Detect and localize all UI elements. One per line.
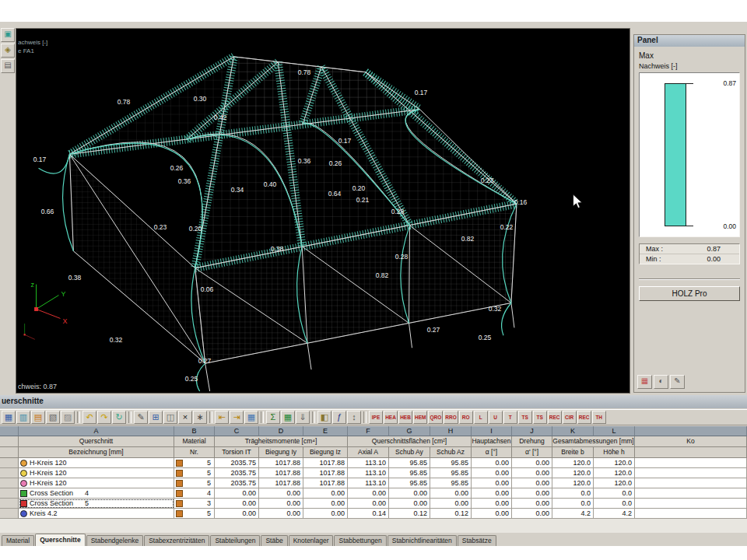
- column-letter[interactable]: A: [19, 426, 174, 436]
- value-cell[interactable]: 0.0: [552, 488, 594, 499]
- value-cell[interactable]: 0.00: [259, 509, 303, 519]
- value-cell[interactable]: 1017.88: [303, 468, 348, 478]
- value-cell[interactable]: 0.00: [512, 478, 552, 488]
- tab-stabteilungen[interactable]: Stabteilungen: [210, 535, 260, 546]
- column-letter[interactable]: K: [552, 426, 594, 436]
- section-name-cell[interactable]: H-Kreis 120: [19, 468, 174, 478]
- column-letter[interactable]: H: [430, 426, 472, 436]
- value-cell[interactable]: 0.00: [348, 499, 389, 509]
- value-cell[interactable]: 1017.88: [303, 458, 348, 468]
- column-letter[interactable]: L: [594, 426, 635, 436]
- profile-button-heb[interactable]: HEB: [398, 411, 412, 424]
- value-cell[interactable]: 113.10: [348, 458, 389, 468]
- profile-button-ipe[interactable]: IPE: [369, 411, 383, 424]
- tab-stabsätze[interactable]: Stabsätze: [458, 535, 496, 546]
- units-icon[interactable]: ↕: [347, 411, 361, 424]
- value-cell[interactable]: 0.00: [512, 458, 552, 468]
- profile-button-rec[interactable]: REC: [548, 411, 562, 424]
- viewport-3d[interactable]: z Y X achweis [-] e FA1 chweis: 0.87 0.1…: [16, 28, 630, 394]
- profile-button-ts[interactable]: TS: [533, 411, 547, 424]
- column-letter[interactable]: E: [303, 426, 348, 436]
- table-export-icon[interactable]: ▤: [31, 411, 45, 424]
- value-cell[interactable]: 0.00: [430, 499, 472, 509]
- value-cell[interactable]: 0.00: [259, 499, 303, 509]
- section-name-cell[interactable]: Kreis 4.2: [19, 509, 174, 519]
- tab-stabnichtlinearitäten[interactable]: Stabnichtlinearitäten: [388, 535, 457, 546]
- refresh-icon[interactable]: ↻: [112, 411, 126, 424]
- value-cell[interactable]: 0.00: [215, 499, 259, 509]
- grid-icon[interactable]: ▤: [1, 59, 15, 73]
- value-cell[interactable]: 0.00: [512, 509, 552, 519]
- value-cell[interactable]: 0.00: [389, 488, 430, 499]
- profile-button-u[interactable]: U: [489, 411, 503, 424]
- insert-row-icon[interactable]: ⊞: [149, 411, 163, 424]
- value-cell[interactable]: 0.00: [472, 468, 512, 478]
- value-cell[interactable]: 120.0: [594, 458, 635, 468]
- value-cell[interactable]: 1017.88: [259, 478, 303, 488]
- value-cell[interactable]: 0.00: [512, 499, 552, 509]
- material-cell[interactable]: 5: [174, 478, 215, 488]
- column-letter[interactable]: D: [259, 426, 303, 436]
- column-letter[interactable]: J: [512, 426, 552, 436]
- row-header[interactable]: [0, 509, 19, 519]
- table-print-icon[interactable]: ▧: [46, 411, 60, 424]
- sum-icon[interactable]: Σ: [266, 411, 280, 424]
- value-cell[interactable]: 0.00: [259, 488, 303, 499]
- tab-stabendgelenke[interactable]: Stabendgelenke: [86, 535, 143, 546]
- delete-icon[interactable]: ×: [178, 411, 192, 424]
- copy-row-icon[interactable]: ◫: [163, 411, 177, 424]
- value-cell[interactable]: 0.00: [215, 509, 259, 519]
- undo-icon[interactable]: ↶: [82, 411, 96, 424]
- value-cell[interactable]: 113.10: [348, 468, 389, 478]
- value-cell[interactable]: [635, 499, 747, 509]
- value-cell[interactable]: 2035.75: [215, 458, 259, 468]
- value-cell[interactable]: 0.0: [594, 488, 635, 499]
- column-letter[interactable]: G: [389, 426, 430, 436]
- pick-icon[interactable]: ∗: [193, 411, 207, 424]
- value-cell[interactable]: 0.00: [303, 509, 348, 519]
- profile-button-qro[interactable]: QRO: [428, 411, 443, 424]
- table-goto-icon[interactable]: ▦: [2, 411, 16, 424]
- column-letter[interactable]: B: [174, 426, 215, 436]
- table-pane-titlebar[interactable]: uerschnitte: [0, 395, 747, 408]
- value-cell[interactable]: [635, 478, 747, 488]
- value-cell[interactable]: 0.00: [389, 499, 430, 509]
- value-cell[interactable]: 95.85: [430, 478, 472, 488]
- chart-icon[interactable]: ◧: [317, 411, 331, 424]
- tab-stabexzentrizitäten[interactable]: Stabexzentrizitäten: [144, 535, 209, 546]
- row-header[interactable]: [0, 488, 19, 499]
- value-cell[interactable]: 0.0: [594, 499, 635, 509]
- row-header[interactable]: [0, 468, 19, 478]
- value-cell[interactable]: 95.85: [389, 458, 430, 468]
- value-cell[interactable]: 0.00: [472, 458, 512, 468]
- profile-button-ro[interactable]: RO: [459, 411, 473, 424]
- value-cell[interactable]: 0.12: [389, 509, 430, 519]
- row-header[interactable]: [0, 499, 19, 509]
- tab-stabbettungen[interactable]: Stabbettungen: [334, 535, 386, 546]
- panel-color-scale-icon[interactable]: ▦: [637, 375, 652, 389]
- column-letter[interactable]: C: [215, 426, 259, 436]
- value-cell[interactable]: [635, 488, 747, 499]
- material-cell[interactable]: 3: [174, 499, 215, 509]
- profile-button-rro[interactable]: RRO: [444, 411, 458, 424]
- material-cell[interactable]: 5: [174, 468, 215, 478]
- profile-button-th[interactable]: TH: [592, 411, 606, 424]
- value-cell[interactable]: 1017.88: [303, 478, 348, 488]
- value-cell[interactable]: 95.85: [430, 458, 472, 468]
- panel-titlebar[interactable]: Panel: [634, 35, 745, 47]
- section-name-cell[interactable]: H-Kreis 120: [19, 478, 174, 488]
- value-cell[interactable]: 1017.88: [259, 468, 303, 478]
- profile-button-ts[interactable]: TS: [518, 411, 532, 424]
- value-cell[interactable]: [635, 509, 747, 519]
- tab-knotenlager[interactable]: Knotenlager: [289, 535, 334, 546]
- value-cell[interactable]: 4.2: [552, 509, 594, 519]
- column-letter[interactable]: I: [472, 426, 512, 436]
- function-icon[interactable]: ƒ: [332, 411, 346, 424]
- material-cell[interactable]: 5: [174, 509, 215, 519]
- value-cell[interactable]: 0.00: [472, 478, 512, 488]
- jump-last-icon[interactable]: ⇥: [230, 411, 244, 424]
- value-cell[interactable]: 95.85: [389, 478, 430, 488]
- edit-icon[interactable]: ✎: [134, 411, 148, 424]
- import-icon[interactable]: ⇓: [296, 411, 310, 424]
- profile-button-hem[interactable]: HEM: [413, 411, 427, 424]
